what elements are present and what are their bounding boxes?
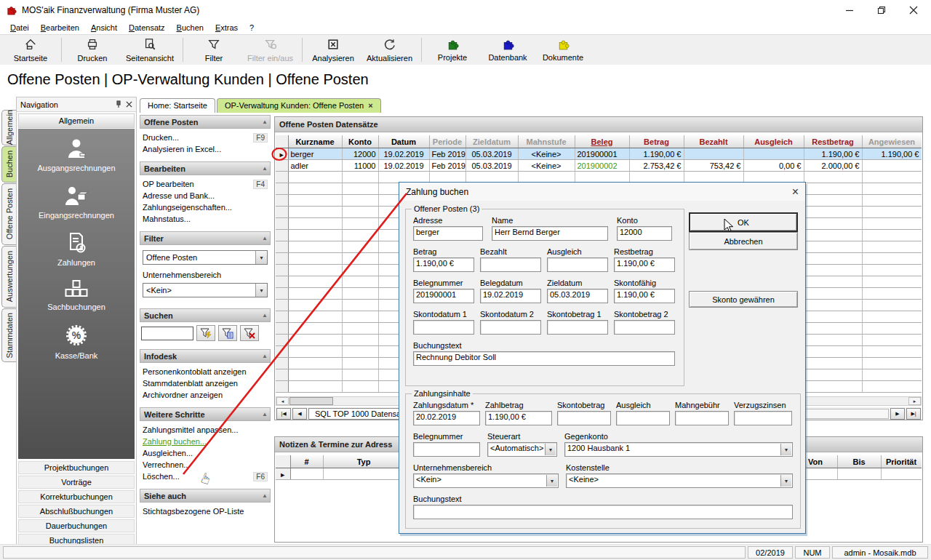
col-konto[interactable]: Konto bbox=[342, 135, 378, 148]
sidetab-buchen[interactable]: Buchen bbox=[1, 146, 17, 183]
steuerart-select[interactable]: <Automatisch> bbox=[487, 442, 557, 457]
task-adresse-und-bank[interactable]: Adresse und Bank... bbox=[141, 190, 269, 201]
col-mahnstufe[interactable]: Mahnstufe bbox=[518, 135, 575, 148]
nav-button-vortraege[interactable]: Vorträge bbox=[18, 476, 135, 489]
gegenkonto-select[interactable]: 1200 Hausbank 1 bbox=[564, 442, 793, 457]
sidetab-stammdaten[interactable]: Stammdaten bbox=[1, 308, 17, 362]
toolbar-button-drucken[interactable]: Drucken bbox=[65, 35, 120, 65]
sidetab-allgemein[interactable]: Allgemein bbox=[1, 110, 17, 145]
col-angewiesen[interactable]: Angewiesen bbox=[862, 135, 922, 148]
restore-button[interactable] bbox=[866, 1, 898, 19]
search-filter-clear-button[interactable] bbox=[240, 325, 259, 341]
zahlbetrag-field[interactable]: 1.190,00 € bbox=[485, 411, 552, 425]
task-zahlungsmittel-anpassen[interactable]: Zahlungsmittel anpassen... bbox=[141, 424, 269, 436]
skontodatum2-field[interactable] bbox=[480, 320, 541, 335]
search-filter-button[interactable] bbox=[196, 325, 215, 341]
last-record-button[interactable]: ▶| bbox=[906, 408, 921, 420]
tab-close-icon[interactable]: × bbox=[368, 101, 372, 113]
pin-icon[interactable] bbox=[115, 100, 122, 109]
section-header[interactable]: Bearbeiten bbox=[140, 161, 271, 175]
task-stammdatenblatt[interactable]: Stammdatenblatt anzeigen bbox=[141, 377, 269, 389]
menu-hilfe[interactable]: ? bbox=[244, 22, 260, 33]
col-bis[interactable]: Bis bbox=[837, 455, 881, 468]
skontofaehig-field[interactable]: 1.190,00 € bbox=[614, 289, 675, 303]
skontobetrag1-field[interactable] bbox=[547, 320, 608, 335]
task-personenkontoblatt[interactable]: Personenkontoblatt anzeigen bbox=[141, 366, 269, 377]
toolbar-button-startseite[interactable]: Startseite bbox=[3, 35, 58, 65]
col-prioritaet[interactable]: Priorität bbox=[881, 455, 922, 468]
menu-buchen[interactable]: Buchen bbox=[171, 22, 209, 33]
nav-item-kasse-bank[interactable]: % Kasse/Bank bbox=[55, 324, 98, 360]
skontobetrag2-field[interactable] bbox=[614, 320, 675, 335]
scroll-right-icon[interactable]: ▸ bbox=[908, 397, 921, 405]
tab-op-verwaltung-kunden[interactable]: OP-Verwaltung Kunden: Offene Posten × bbox=[217, 98, 381, 113]
section-header[interactable]: Offene Posten bbox=[140, 115, 271, 129]
col-beleg[interactable]: Beleg bbox=[575, 135, 629, 148]
col-periode[interactable]: Periode bbox=[429, 135, 466, 148]
toolbar-button-aktualisieren[interactable]: Aktualisieren bbox=[361, 35, 418, 65]
task-op-bearbeiten[interactable]: OP bearbeitenF4 bbox=[141, 178, 269, 190]
task-ausgleichen[interactable]: Ausgleichen... bbox=[141, 447, 269, 459]
zieldatum-field[interactable]: 05.03.2019 bbox=[547, 289, 608, 303]
toolbar-button-dokumente[interactable]: Dokumente bbox=[535, 35, 591, 65]
mahngebuehr-field[interactable] bbox=[675, 411, 729, 425]
next-record-button[interactable]: ▶ bbox=[890, 408, 905, 420]
buchungstext-field[interactable]: Rechnung Debitor Soll bbox=[413, 351, 675, 366]
task-mahnstatus[interactable]: Mahnstatus... bbox=[141, 213, 269, 225]
belegdatum-field[interactable]: 19.02.2019 bbox=[480, 289, 541, 303]
toolbar-button-seitenansicht[interactable]: Seitenansicht bbox=[120, 35, 180, 65]
skonto-gewaehren-button[interactable]: Skonto gewähren bbox=[689, 291, 798, 308]
col-num[interactable]: # bbox=[290, 455, 323, 468]
task-analysieren-excel[interactable]: Analysieren in Excel... bbox=[141, 143, 269, 155]
dialog-close-icon[interactable]: × bbox=[792, 186, 799, 198]
minimize-button[interactable] bbox=[834, 1, 866, 19]
col-betrag[interactable]: Betrag bbox=[629, 135, 684, 148]
close-panel-icon[interactable] bbox=[126, 100, 132, 109]
scrollbar-thumb[interactable] bbox=[289, 397, 333, 405]
ausgleich-field[interactable] bbox=[547, 257, 608, 272]
section-header[interactable]: Filter bbox=[140, 231, 271, 245]
zahlungsdatum-field[interactable]: 20.02.2019 bbox=[413, 411, 480, 425]
search-input[interactable] bbox=[141, 327, 193, 340]
menu-bearbeiten[interactable]: Bearbeiten bbox=[35, 22, 85, 33]
nav-button-abschlussbuchungen[interactable]: Abschlußbuchungen bbox=[18, 505, 135, 518]
nav-button-dauerbuchungen[interactable]: Dauerbuchungen bbox=[18, 519, 135, 532]
sidetab-auswertungen[interactable]: Auswertungen bbox=[1, 246, 17, 308]
filter-type-select[interactable]: Offene Posten bbox=[143, 250, 268, 265]
section-header[interactable]: Suchen bbox=[140, 308, 271, 322]
betrag-field[interactable]: 1.190,00 € bbox=[413, 257, 474, 272]
skontobetrag-field[interactable] bbox=[557, 411, 611, 425]
name-field[interactable]: Herr Bernd Berger bbox=[492, 226, 608, 241]
nav-item-ausgangsrechnungen[interactable]: Ausgangsrechnungen bbox=[37, 137, 115, 172]
section-header[interactable]: Weitere Schritte bbox=[140, 407, 271, 421]
col-bezahlt[interactable]: Bezahlt bbox=[684, 135, 743, 148]
task-drucken[interactable]: Drucken...F9 bbox=[141, 132, 269, 143]
grid-row-adler[interactable]: adler11000 19.02.2019Feb 2019 05.03.2019… bbox=[276, 160, 922, 172]
restbetrag-field[interactable]: 1.190,00 € bbox=[614, 257, 675, 272]
menu-datensatz[interactable]: Datensatz bbox=[123, 22, 171, 33]
nav-group-header[interactable]: Allgemein bbox=[18, 113, 135, 128]
previous-record-button[interactable]: ◀ bbox=[292, 408, 307, 420]
nav-button-projektbuchungen[interactable]: Projektbuchungen bbox=[18, 461, 135, 474]
col-kurzname[interactable]: Kurzname bbox=[288, 135, 342, 148]
verzugszinsen-field[interactable] bbox=[734, 411, 792, 425]
belegnummer-field[interactable]: 201900001 bbox=[413, 289, 474, 303]
task-zahlungseigenschaften[interactable]: Zahlungseigenschaften... bbox=[141, 201, 269, 213]
col-typ[interactable]: Typ bbox=[323, 455, 404, 468]
col-zieldatum[interactable]: Zieldatum bbox=[466, 135, 518, 148]
task-archivordner[interactable]: Archivordner anzeigen bbox=[141, 389, 269, 401]
scroll-left-icon[interactable]: ◂ bbox=[276, 397, 289, 405]
belegnummer-pay-field[interactable] bbox=[413, 442, 480, 457]
grid-row-berger[interactable]: berger12000 19.02.2019Feb 2019 05.03.201… bbox=[276, 148, 922, 160]
sidetab-offene-posten[interactable]: Offene Posten bbox=[1, 183, 17, 245]
section-header[interactable]: Siehe auch bbox=[140, 489, 271, 503]
search-filter-form-button[interactable] bbox=[218, 325, 237, 341]
abbrechen-button[interactable]: Abbrechen bbox=[689, 232, 798, 250]
menu-extras[interactable]: Extras bbox=[209, 22, 244, 33]
skontodatum1-field[interactable] bbox=[413, 320, 474, 335]
buchungstext-pay-field[interactable] bbox=[413, 505, 793, 519]
ausgleich-pay-field[interactable] bbox=[616, 411, 670, 425]
toolbar-button-projekte[interactable]: Projekte bbox=[425, 35, 480, 65]
toolbar-button-analysieren[interactable]: Analysieren bbox=[305, 35, 361, 65]
nav-item-eingangsrechnungen[interactable]: Eingangsrechnungen bbox=[39, 185, 114, 220]
